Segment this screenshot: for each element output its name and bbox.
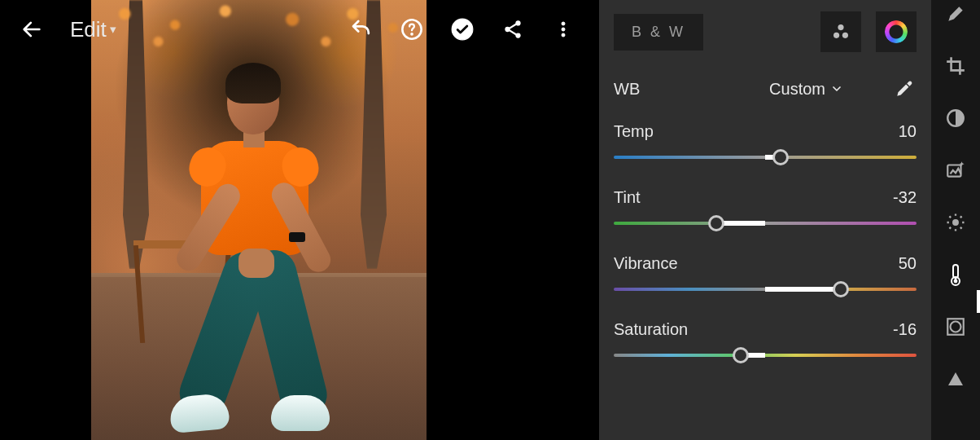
vignette-tool[interactable] bbox=[943, 315, 968, 339]
back-button[interactable] bbox=[18, 15, 46, 43]
preview-image[interactable] bbox=[91, 0, 427, 440]
image-viewer: Edit ▾ bbox=[0, 0, 599, 440]
healing-brush-icon bbox=[945, 3, 966, 24]
active-tool-marker bbox=[977, 290, 980, 313]
triangle-icon bbox=[946, 369, 965, 389]
page-title-dropdown[interactable]: Edit ▾ bbox=[70, 17, 116, 42]
color-tab-button[interactable] bbox=[876, 11, 917, 52]
wb-label: WB bbox=[614, 80, 640, 99]
undo-icon bbox=[349, 17, 374, 42]
wb-row: WB Custom bbox=[614, 78, 917, 99]
svg-point-17 bbox=[954, 279, 958, 284]
detail-tool[interactable] bbox=[943, 367, 968, 391]
svg-point-1 bbox=[411, 33, 413, 36]
saturation-slider[interactable] bbox=[614, 347, 917, 363]
top-toolbar: Edit ▾ bbox=[0, 0, 599, 59]
svg-point-7 bbox=[562, 28, 565, 31]
svg-point-6 bbox=[562, 22, 565, 25]
slider-fill bbox=[765, 287, 841, 292]
svg-point-19 bbox=[951, 322, 961, 332]
svg-point-8 bbox=[562, 33, 565, 37]
undo-button[interactable] bbox=[343, 11, 379, 47]
contrast-tool[interactable] bbox=[943, 106, 968, 130]
help-button[interactable] bbox=[394, 11, 430, 47]
vibrance-slider[interactable] bbox=[614, 281, 917, 297]
crop-tool[interactable] bbox=[943, 54, 968, 78]
thermometer-icon bbox=[946, 263, 965, 286]
eyedropper-icon bbox=[894, 78, 915, 99]
color-mixer-button[interactable] bbox=[820, 11, 861, 52]
wb-mode-value: Custom bbox=[769, 80, 825, 99]
wb-mode-select[interactable]: Custom bbox=[769, 80, 843, 99]
more-button[interactable] bbox=[545, 11, 581, 47]
temp-value: 10 bbox=[899, 122, 917, 141]
saturation-label: Saturation bbox=[614, 320, 688, 339]
vibrance-value: 50 bbox=[899, 254, 917, 273]
tool-strip bbox=[931, 0, 980, 440]
slider-thumb[interactable] bbox=[833, 281, 849, 297]
mixer-icon bbox=[830, 21, 851, 42]
tint-value: -32 bbox=[893, 188, 917, 207]
chevron-down-icon: ▾ bbox=[110, 22, 116, 37]
saturation-value: -16 bbox=[893, 320, 917, 339]
page-title: Edit bbox=[70, 17, 107, 42]
wb-eyedropper-button[interactable] bbox=[892, 78, 917, 99]
slider-track bbox=[614, 222, 917, 225]
more-vert-icon bbox=[553, 20, 573, 39]
crop-icon bbox=[945, 55, 966, 77]
color-tool[interactable] bbox=[943, 262, 968, 287]
svg-point-14 bbox=[952, 219, 959, 226]
contrast-circle-icon bbox=[945, 108, 966, 129]
svg-point-10 bbox=[833, 33, 839, 38]
back-arrow-icon bbox=[20, 18, 43, 41]
light-dial-icon bbox=[944, 211, 967, 234]
temp-label: Temp bbox=[614, 122, 654, 141]
temp-slider[interactable] bbox=[614, 149, 917, 165]
help-icon bbox=[400, 18, 423, 41]
slider-thumb[interactable] bbox=[733, 347, 749, 363]
slider-thumb[interactable] bbox=[772, 149, 789, 165]
slider-track bbox=[614, 354, 917, 357]
svg-point-11 bbox=[842, 33, 848, 38]
svg-rect-15 bbox=[953, 265, 958, 278]
tint-label: Tint bbox=[614, 188, 641, 207]
approve-button[interactable] bbox=[444, 11, 480, 47]
slider-thumb[interactable] bbox=[708, 215, 724, 231]
vibrance-label: Vibrance bbox=[614, 254, 678, 273]
color-ring-icon bbox=[885, 20, 908, 43]
color-panel: B & W WB Custom Temp10 bbox=[599, 0, 931, 440]
check-circle-icon bbox=[451, 18, 474, 41]
light-tool[interactable] bbox=[943, 210, 968, 235]
auto-photo-icon bbox=[945, 160, 966, 181]
chevron-down-icon bbox=[830, 82, 843, 95]
healing-tool[interactable] bbox=[943, 2, 968, 26]
tint-slider[interactable] bbox=[614, 215, 917, 231]
svg-point-9 bbox=[838, 24, 843, 30]
share-button[interactable] bbox=[495, 11, 531, 47]
autofix-tool[interactable] bbox=[943, 158, 968, 183]
share-icon bbox=[502, 19, 523, 40]
bw-toggle-button[interactable]: B & W bbox=[614, 14, 703, 51]
vignette-square-icon bbox=[945, 316, 966, 337]
